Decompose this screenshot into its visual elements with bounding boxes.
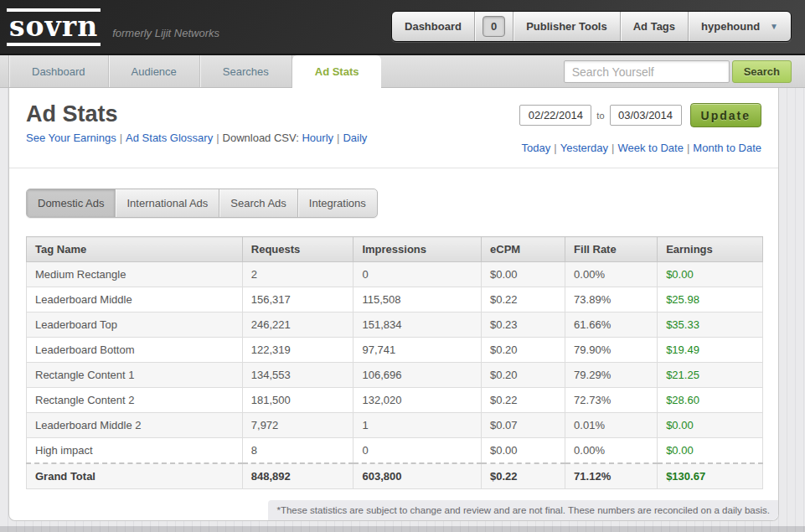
cell-requests: 134,553 xyxy=(242,363,353,388)
cell-fill-rate: 72.73% xyxy=(565,388,658,413)
sovrn-logo: sovrn xyxy=(7,8,101,46)
cell-tag-name: Leaderboard Bottom xyxy=(27,338,243,363)
chevron-down-icon: ▼ xyxy=(770,22,778,31)
cell-earnings: $25.98 xyxy=(658,287,763,312)
separator: | xyxy=(687,142,689,154)
search-button[interactable]: Search xyxy=(732,60,792,83)
col-header-earnings: Earnings xyxy=(658,237,763,262)
download-hourly-link[interactable]: Hourly xyxy=(302,132,333,144)
date-to-input[interactable] xyxy=(610,105,682,126)
ad-tags-button[interactable]: Ad Tags xyxy=(620,12,688,41)
col-header-fill-rate: Fill Rate xyxy=(565,237,658,262)
update-button[interactable]: Update xyxy=(690,103,761,127)
tab-searches[interactable]: Searches xyxy=(199,55,292,87)
cell-earnings: $0.00 xyxy=(658,413,763,438)
table-row: Leaderboard Middle 156,317 115,508 $0.22… xyxy=(27,287,763,312)
separator: | xyxy=(611,142,614,154)
yesterday-link[interactable]: Yesterday xyxy=(560,142,608,154)
cell-tag-name: Leaderboard Top xyxy=(27,312,243,338)
statistics-disclaimer: *These statistics are subject to change … xyxy=(268,500,778,520)
cell-ecpm: $0.07 xyxy=(482,413,565,438)
main-tab-bar: Dashboard Audience Searches Ad Stats Sea… xyxy=(0,55,805,88)
cell-tag-name: Leaderboard Middle xyxy=(27,287,243,312)
download-daily-link[interactable]: Daily xyxy=(343,132,367,144)
table-row: Medium Rectangle 2 0 $0.00 0.00% $0.00 xyxy=(27,262,763,287)
table-body: Medium Rectangle 2 0 $0.00 0.00% $0.00 L… xyxy=(27,262,763,489)
separator: | xyxy=(554,142,556,154)
cell-requests: 156,317 xyxy=(242,287,353,312)
date-from-input[interactable] xyxy=(519,105,591,126)
cell-impressions: 132,020 xyxy=(353,388,482,413)
cell-impressions: 151,834 xyxy=(353,312,482,338)
ad-stats-glossary-link[interactable]: Ad Stats Glossary xyxy=(126,132,213,144)
cell-ecpm: $0.00 xyxy=(482,262,565,287)
account-dropdown[interactable]: hypehound ▼ xyxy=(688,12,791,41)
download-csv-label: Download CSV: xyxy=(223,132,299,144)
cell-tag-name: Rectangle Content 1 xyxy=(27,363,243,388)
table-header: Tag Name Requests Impressions eCPM Fill … xyxy=(27,237,763,262)
separator: | xyxy=(216,132,219,144)
grand-total-fill-rate: 71.12% xyxy=(565,463,658,489)
tab-ad-stats[interactable]: Ad Stats xyxy=(292,55,382,89)
cell-impressions: 0 xyxy=(353,262,482,287)
table-row: Leaderboard Bottom 122,319 97,741 $0.20 … xyxy=(27,338,763,363)
notification-wrap: 0 xyxy=(474,12,513,41)
col-header-tag-name: Tag Name xyxy=(27,237,243,262)
cell-fill-rate: 0.01% xyxy=(565,413,658,438)
cell-tag-name: Rectangle Content 2 xyxy=(27,388,243,413)
quick-date-links: Today|Yesterday|Week to Date|Month to Da… xyxy=(522,142,761,154)
see-your-earnings-link[interactable]: See Your Earnings xyxy=(26,132,116,144)
table-row: Leaderboard Top 246,221 151,834 $0.23 61… xyxy=(27,312,763,338)
cell-impressions: 106,696 xyxy=(353,363,482,388)
cell-earnings: $0.00 xyxy=(658,262,763,287)
grand-total-row: Grand Total 848,892 603,800 $0.22 71.12%… xyxy=(27,463,763,489)
tab-dashboard[interactable]: Dashboard xyxy=(8,55,108,87)
ads-subtabs: Domestic Ads International Ads Search Ad… xyxy=(26,189,378,218)
subtab-integrations[interactable]: Integrations xyxy=(297,189,377,217)
month-to-date-link[interactable]: Month to Date xyxy=(693,142,761,154)
dashboard-button[interactable]: Dashboard xyxy=(392,12,474,41)
account-name: hypehound xyxy=(701,20,760,33)
subtab-domestic-ads[interactable]: Domestic Ads xyxy=(27,189,115,217)
publisher-tools-button[interactable]: Publisher Tools xyxy=(513,12,620,41)
col-header-ecpm: eCPM xyxy=(482,237,565,262)
tab-audience[interactable]: Audience xyxy=(108,55,199,87)
cell-ecpm: $0.20 xyxy=(482,363,565,388)
table-row: Rectangle Content 2 181,500 132,020 $0.2… xyxy=(27,388,763,413)
top-header: sovrn formerly Lijit Networks Dashboard … xyxy=(0,0,805,55)
table-row: Leaderboard Middle 2 7,972 1 $0.07 0.01%… xyxy=(27,413,763,438)
cell-requests: 181,500 xyxy=(242,388,353,413)
search-area: Search xyxy=(564,60,792,83)
content-card: Ad Stats See Your Earnings|Ad Stats Glos… xyxy=(8,88,779,521)
cell-earnings: $21.25 xyxy=(658,363,763,388)
cell-fill-rate: 61.66% xyxy=(565,312,658,338)
subtab-international-ads[interactable]: International Ads xyxy=(115,189,219,217)
cell-ecpm: $0.22 xyxy=(482,287,565,312)
cell-impressions: 0 xyxy=(353,438,482,464)
date-to-label: to xyxy=(596,111,604,121)
cell-fill-rate: 0.00% xyxy=(565,438,658,464)
today-link[interactable]: Today xyxy=(522,142,551,154)
table-row: High impact 8 0 $0.00 0.00% $0.00 xyxy=(27,438,763,464)
cell-requests: 2 xyxy=(242,262,353,287)
grand-total-requests: 848,892 xyxy=(242,463,353,489)
cell-impressions: 115,508 xyxy=(353,287,482,312)
cell-requests: 122,319 xyxy=(242,338,353,363)
notification-count-badge[interactable]: 0 xyxy=(482,16,505,37)
cell-earnings: $0.00 xyxy=(658,438,763,464)
subtab-search-ads[interactable]: Search Ads xyxy=(219,189,297,217)
cell-fill-rate: 73.89% xyxy=(565,287,658,312)
cell-earnings: $28.60 xyxy=(658,388,763,413)
col-header-requests: Requests xyxy=(242,237,353,262)
cell-ecpm: $0.22 xyxy=(482,388,565,413)
cell-requests: 8 xyxy=(242,438,353,464)
grand-total-earnings: $130.67 xyxy=(658,463,763,489)
search-input[interactable] xyxy=(564,60,730,83)
header-nav-group: Dashboard 0 Publisher Tools Ad Tags hype… xyxy=(391,11,792,42)
cell-ecpm: $0.23 xyxy=(482,312,565,338)
col-header-impressions: Impressions xyxy=(353,237,482,262)
cell-requests: 246,221 xyxy=(242,312,353,338)
week-to-date-link[interactable]: Week to Date xyxy=(617,142,684,154)
cell-ecpm: $0.00 xyxy=(482,438,565,464)
cell-tag-name: Leaderboard Middle 2 xyxy=(27,413,243,438)
